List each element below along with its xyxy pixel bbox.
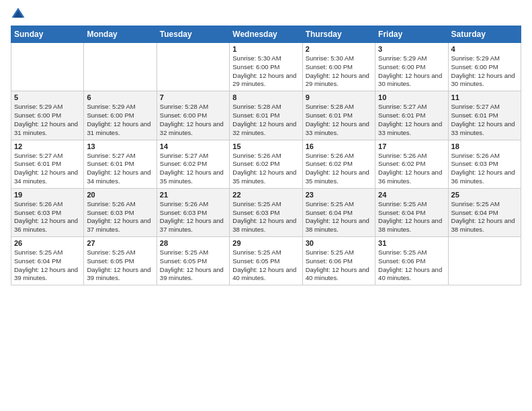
calendar-cell (11, 43, 84, 91)
calendar-cell: 23Sunrise: 5:25 AM Sunset: 6:04 PM Dayli… (302, 188, 375, 236)
calendar-cell: 26Sunrise: 5:25 AM Sunset: 6:04 PM Dayli… (11, 237, 84, 285)
calendar-cell: 16Sunrise: 5:26 AM Sunset: 6:02 PM Dayli… (302, 140, 375, 188)
day-detail: Sunrise: 5:29 AM Sunset: 6:00 PM Dayligh… (451, 54, 518, 89)
page-header (11, 7, 521, 21)
logo-icon (11, 7, 26, 21)
day-number: 7 (160, 93, 226, 101)
day-number: 23 (306, 191, 372, 199)
day-detail: Sunrise: 5:28 AM Sunset: 6:00 PM Dayligh… (160, 103, 226, 137)
calendar-cell: 5Sunrise: 5:29 AM Sunset: 6:00 PM Daylig… (11, 91, 84, 140)
calendar-cell: 2Sunrise: 5:30 AM Sunset: 6:00 PM Daylig… (302, 43, 375, 91)
calendar-cell: 25Sunrise: 5:25 AM Sunset: 6:04 PM Dayli… (448, 188, 521, 236)
day-number: 22 (232, 191, 299, 199)
calendar-cell: 4Sunrise: 5:29 AM Sunset: 6:00 PM Daylig… (448, 43, 521, 91)
calendar-week-row: 19Sunrise: 5:26 AM Sunset: 6:03 PM Dayli… (11, 188, 521, 236)
day-detail: Sunrise: 5:25 AM Sunset: 6:04 PM Dayligh… (451, 200, 518, 234)
calendar-cell: 9Sunrise: 5:28 AM Sunset: 6:01 PM Daylig… (302, 91, 375, 140)
day-number: 9 (306, 93, 372, 101)
calendar-header-thursday: Thursday (302, 26, 375, 43)
day-number: 8 (232, 93, 299, 101)
calendar-header-sunday: Sunday (11, 26, 84, 43)
day-detail: Sunrise: 5:26 AM Sunset: 6:02 PM Dayligh… (306, 152, 372, 186)
day-detail: Sunrise: 5:25 AM Sunset: 6:05 PM Dayligh… (160, 248, 226, 283)
calendar-cell: 28Sunrise: 5:25 AM Sunset: 6:05 PM Dayli… (157, 237, 229, 285)
calendar-header-friday: Friday (375, 26, 448, 43)
day-detail: Sunrise: 5:26 AM Sunset: 6:03 PM Dayligh… (451, 152, 518, 186)
day-number: 24 (378, 191, 445, 199)
day-number: 19 (14, 191, 81, 199)
day-detail: Sunrise: 5:25 AM Sunset: 6:05 PM Dayligh… (232, 248, 299, 283)
day-number: 31 (378, 239, 445, 247)
calendar-header-row: SundayMondayTuesdayWednesdayThursdayFrid… (11, 26, 521, 43)
day-number: 27 (87, 239, 153, 247)
day-detail: Sunrise: 5:26 AM Sunset: 6:03 PM Dayligh… (14, 200, 81, 234)
day-number: 1 (232, 45, 299, 53)
calendar-cell (157, 43, 229, 91)
day-detail: Sunrise: 5:28 AM Sunset: 6:01 PM Dayligh… (232, 103, 299, 137)
day-number: 13 (87, 142, 153, 150)
calendar-week-row: 5Sunrise: 5:29 AM Sunset: 6:00 PM Daylig… (11, 91, 521, 140)
day-detail: Sunrise: 5:29 AM Sunset: 6:00 PM Dayligh… (14, 103, 81, 137)
calendar-week-row: 12Sunrise: 5:27 AM Sunset: 6:01 PM Dayli… (11, 140, 521, 188)
calendar-cell (84, 43, 157, 91)
calendar-cell: 7Sunrise: 5:28 AM Sunset: 6:00 PM Daylig… (157, 91, 229, 140)
calendar-cell: 22Sunrise: 5:25 AM Sunset: 6:03 PM Dayli… (230, 188, 302, 236)
day-number: 3 (378, 45, 445, 53)
day-detail: Sunrise: 5:29 AM Sunset: 6:00 PM Dayligh… (87, 103, 153, 137)
day-detail: Sunrise: 5:25 AM Sunset: 6:03 PM Dayligh… (232, 200, 299, 234)
day-number: 15 (232, 142, 299, 150)
calendar-cell: 31Sunrise: 5:25 AM Sunset: 6:06 PM Dayli… (375, 237, 448, 285)
calendar-cell: 3Sunrise: 5:29 AM Sunset: 6:00 PM Daylig… (375, 43, 448, 91)
day-detail: Sunrise: 5:26 AM Sunset: 6:03 PM Dayligh… (87, 200, 153, 234)
calendar-cell: 29Sunrise: 5:25 AM Sunset: 6:05 PM Dayli… (230, 237, 302, 285)
day-number: 18 (451, 142, 518, 150)
calendar-table: SundayMondayTuesdayWednesdayThursdayFrid… (11, 26, 521, 285)
day-detail: Sunrise: 5:27 AM Sunset: 6:01 PM Dayligh… (451, 103, 518, 137)
day-detail: Sunrise: 5:29 AM Sunset: 6:00 PM Dayligh… (378, 54, 445, 89)
day-number: 4 (451, 45, 518, 53)
day-detail: Sunrise: 5:25 AM Sunset: 6:04 PM Dayligh… (306, 200, 372, 234)
calendar-cell: 21Sunrise: 5:26 AM Sunset: 6:03 PM Dayli… (157, 188, 229, 236)
calendar-header-tuesday: Tuesday (157, 26, 229, 43)
day-number: 5 (14, 93, 81, 101)
day-number: 16 (306, 142, 372, 150)
calendar-header-monday: Monday (84, 26, 157, 43)
calendar-week-row: 1Sunrise: 5:30 AM Sunset: 6:00 PM Daylig… (11, 43, 521, 91)
calendar-header-saturday: Saturday (448, 26, 521, 43)
calendar-header-wednesday: Wednesday (230, 26, 302, 43)
day-number: 14 (160, 142, 226, 150)
calendar-cell: 12Sunrise: 5:27 AM Sunset: 6:01 PM Dayli… (11, 140, 84, 188)
calendar-cell: 27Sunrise: 5:25 AM Sunset: 6:05 PM Dayli… (84, 237, 157, 285)
day-detail: Sunrise: 5:27 AM Sunset: 6:02 PM Dayligh… (160, 152, 226, 186)
day-number: 2 (306, 45, 372, 53)
day-detail: Sunrise: 5:26 AM Sunset: 6:02 PM Dayligh… (378, 152, 445, 186)
day-detail: Sunrise: 5:25 AM Sunset: 6:04 PM Dayligh… (14, 248, 81, 283)
day-detail: Sunrise: 5:25 AM Sunset: 6:06 PM Dayligh… (378, 248, 445, 283)
calendar-cell: 19Sunrise: 5:26 AM Sunset: 6:03 PM Dayli… (11, 188, 84, 236)
day-detail: Sunrise: 5:26 AM Sunset: 6:02 PM Dayligh… (232, 152, 299, 186)
day-number: 11 (451, 93, 518, 101)
day-number: 17 (378, 142, 445, 150)
calendar-cell: 14Sunrise: 5:27 AM Sunset: 6:02 PM Dayli… (157, 140, 229, 188)
day-detail: Sunrise: 5:28 AM Sunset: 6:01 PM Dayligh… (306, 103, 372, 137)
calendar-cell: 10Sunrise: 5:27 AM Sunset: 6:01 PM Dayli… (375, 91, 448, 140)
day-number: 6 (87, 93, 153, 101)
day-number: 12 (14, 142, 81, 150)
day-detail: Sunrise: 5:25 AM Sunset: 6:06 PM Dayligh… (306, 248, 372, 283)
calendar-cell: 18Sunrise: 5:26 AM Sunset: 6:03 PM Dayli… (448, 140, 521, 188)
calendar-cell: 1Sunrise: 5:30 AM Sunset: 6:00 PM Daylig… (230, 43, 302, 91)
day-detail: Sunrise: 5:27 AM Sunset: 6:01 PM Dayligh… (14, 152, 81, 186)
calendar-week-row: 26Sunrise: 5:25 AM Sunset: 6:04 PM Dayli… (11, 237, 521, 285)
calendar-cell: 15Sunrise: 5:26 AM Sunset: 6:02 PM Dayli… (230, 140, 302, 188)
day-number: 10 (378, 93, 445, 101)
day-number: 25 (451, 191, 518, 199)
logo (11, 7, 28, 21)
calendar-cell: 8Sunrise: 5:28 AM Sunset: 6:01 PM Daylig… (230, 91, 302, 140)
calendar-cell: 11Sunrise: 5:27 AM Sunset: 6:01 PM Dayli… (448, 91, 521, 140)
day-detail: Sunrise: 5:30 AM Sunset: 6:00 PM Dayligh… (306, 54, 372, 89)
day-number: 21 (160, 191, 226, 199)
calendar-cell: 30Sunrise: 5:25 AM Sunset: 6:06 PM Dayli… (302, 237, 375, 285)
day-detail: Sunrise: 5:27 AM Sunset: 6:01 PM Dayligh… (378, 103, 445, 137)
day-detail: Sunrise: 5:27 AM Sunset: 6:01 PM Dayligh… (87, 152, 153, 186)
calendar-cell: 6Sunrise: 5:29 AM Sunset: 6:00 PM Daylig… (84, 91, 157, 140)
